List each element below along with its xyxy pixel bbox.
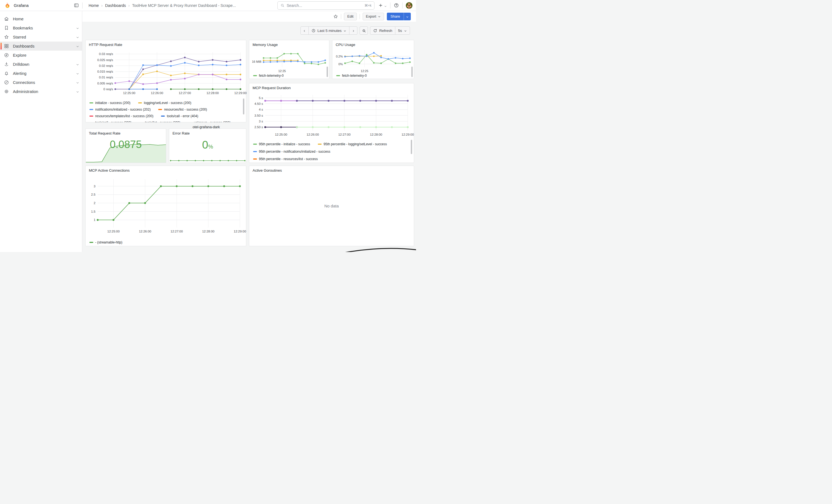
time-range-group: Last 5 minutes <box>301 26 358 35</box>
legend-item[interactable]: tools/call - success (200) <box>89 121 131 122</box>
legend-item[interactable]: 95th percentile - logging/setLevel - suc… <box>318 142 387 146</box>
user-avatar[interactable] <box>406 2 412 9</box>
sidebar-item-explore[interactable]: Explore <box>0 51 82 60</box>
chevron-down-icon[interactable] <box>76 72 79 75</box>
legend-item[interactable]: tools/call - error (404) <box>161 114 198 118</box>
http-request-rate-chart[interactable]: 0 req/s0.005 req/s0.01 req/s0.015 req/s0… <box>88 48 244 98</box>
http-legend: initialize - success (200)logging/setLev… <box>89 100 242 122</box>
help-icon[interactable] <box>394 3 399 8</box>
svg-text:12:25:00: 12:25:00 <box>275 133 287 136</box>
svg-text:0.03 req/s: 0.03 req/s <box>99 52 113 56</box>
legend-label: resources/templates/list - success (200) <box>95 114 153 118</box>
search-input[interactable]: Search... ⌘+k <box>277 1 374 10</box>
chevron-down-icon[interactable] <box>76 90 79 93</box>
panel-title[interactable]: Error Rate <box>169 129 246 135</box>
panel-title[interactable]: HTTP Request Rate <box>85 40 246 47</box>
legend-label: 95th percentile - resources/list - succe… <box>259 157 318 161</box>
breadcrumb-item[interactable]: Dashboards <box>105 3 126 8</box>
share-button[interactable]: Share <box>387 12 404 20</box>
legend-row: fetch-telemetry-0 <box>336 73 410 78</box>
home-icon <box>4 16 9 22</box>
legend-row: 95th percentile - initialize - success95… <box>253 140 410 148</box>
sidebar-item-dashboards[interactable]: Dashboards <box>0 42 82 51</box>
panel-cpu-usage: CPU Usage 0.2%0%12:25 fetch-telemetry-0 <box>332 40 414 79</box>
panel-mcp-active-connections: MCP Active Connections 32.521.5112:25:00… <box>85 166 246 246</box>
memory-legend: fetch-telemetry-0 <box>253 73 325 78</box>
new-button[interactable] <box>378 3 387 8</box>
svg-text:3.50 s: 3.50 s <box>255 114 263 117</box>
legend-label: 95th percentile - logging/setLevel - suc… <box>323 142 387 146</box>
sidebar-item-alerting[interactable]: Alerting <box>0 69 82 78</box>
legend-row: initialize - success (200)logging/setLev… <box>89 100 242 106</box>
legend-item[interactable]: 95th percentile - notifications/initiali… <box>253 150 330 154</box>
sidebar-item-connections[interactable]: Connections <box>0 78 82 87</box>
mcp-request-duration-chart[interactable]: 5 s4.50 s4 s3.50 s3 s2.50 s12:25:0012:26… <box>252 91 412 139</box>
legend-scrollbar[interactable] <box>243 99 244 114</box>
panel-mcp-request-duration: MCP Request Duration 5 s4.50 s4 s3.50 s3… <box>249 83 414 163</box>
svg-text:0.2%: 0.2% <box>336 55 343 58</box>
bottom-right-arc <box>341 245 416 252</box>
memory-usage-chart[interactable]: 16 MiB12:25 <box>251 47 328 74</box>
mcp-active-connections-chart[interactable]: 32.521.5112:25:0012:26:0012:27:0012:28:0… <box>88 175 244 238</box>
svg-text:12:25: 12:25 <box>278 69 286 73</box>
svg-text:0.005 req/s: 0.005 req/s <box>97 82 113 85</box>
svg-text:0 req/s: 0 req/s <box>103 87 113 91</box>
mega-menu-toggle-icon[interactable] <box>73 2 79 9</box>
cpu-usage-chart[interactable]: 0.2%0%12:25 <box>334 47 413 74</box>
svg-text:12:29:00: 12:29:00 <box>402 133 414 136</box>
favorite-star-icon[interactable] <box>333 14 338 19</box>
chevron-down-icon[interactable] <box>76 63 79 66</box>
panel-title[interactable]: Memory Usage <box>249 40 329 47</box>
sidebar-item-administration[interactable]: Administration <box>0 87 82 96</box>
legend-scrollbar[interactable] <box>411 67 413 77</box>
time-shift-back-button[interactable] <box>301 26 309 35</box>
svg-text:4 s: 4 s <box>259 108 263 111</box>
legend-swatch <box>89 102 93 103</box>
time-range-picker[interactable]: Last 5 minutes <box>308 26 350 35</box>
time-shift-forward-button[interactable] <box>349 26 357 35</box>
panel-title[interactable]: MCP Request Duration <box>249 83 414 90</box>
legend-item[interactable]: 95th percentile - initialize - success <box>253 142 310 146</box>
svg-text:0%: 0% <box>338 62 343 66</box>
breadcrumb-item[interactable]: Home <box>88 3 99 8</box>
legend-swatch <box>89 115 93 117</box>
share-menu-chevron[interactable] <box>404 12 411 20</box>
svg-text:12:27:00: 12:27:00 <box>338 133 350 136</box>
search-placeholder: Search... <box>287 3 365 8</box>
chevron-down-icon[interactable] <box>76 81 79 84</box>
legend-item[interactable]: fetch-telemetry-0 <box>253 74 284 78</box>
legend-item[interactable]: - (streamable-http) <box>89 240 123 244</box>
legend-item[interactable]: notifications/initialized - success (202… <box>89 108 151 111</box>
legend-item[interactable]: resources/templates/list - success (200) <box>89 114 153 118</box>
export-button[interactable]: Export <box>363 12 384 20</box>
legend-scrollbar[interactable] <box>327 67 328 77</box>
sidebar-item-bookmarks[interactable]: Bookmarks <box>0 23 82 32</box>
chevron-down-icon[interactable] <box>76 35 79 39</box>
edit-button[interactable]: Edit <box>344 12 357 20</box>
legend-item[interactable]: tools/list - success (200) <box>139 121 181 122</box>
sidebar-item-starred[interactable]: Starred <box>0 32 82 42</box>
sidebar-item-home[interactable]: Home <box>0 14 82 23</box>
panel-title[interactable]: MCP Active Connections <box>85 166 246 173</box>
legend-item[interactable]: initialize - success (200) <box>89 101 130 105</box>
chevron-down-icon[interactable] <box>76 45 79 48</box>
legend-row: fetch-telemetry-0 <box>253 73 325 78</box>
legend-label: 95th percentile - initialize - success <box>259 142 310 146</box>
legend-scrollbar[interactable] <box>411 140 412 154</box>
sidebar-item-label: Home <box>13 17 24 21</box>
panel-title[interactable]: CPU Usage <box>332 40 414 47</box>
legend-swatch <box>253 143 257 145</box>
chevron-down-icon[interactable] <box>76 26 79 30</box>
grafana-logo-icon[interactable] <box>4 2 10 8</box>
refresh-button[interactable]: Refresh <box>370 26 395 35</box>
sidebar-item-drilldown[interactable]: Drilldown <box>0 60 82 69</box>
legend-item[interactable]: unknown - success (200) <box>188 121 231 122</box>
zoom-out-button[interactable] <box>360 26 368 35</box>
legend-item[interactable]: logging/setLevel - success (200) <box>138 101 191 105</box>
legend-item[interactable]: 95th percentile - resources/list - succe… <box>253 157 318 161</box>
legend-swatch <box>138 102 142 103</box>
sidebar-item-label: Connections <box>13 80 35 85</box>
legend-item[interactable]: resources/list - success (200) <box>158 108 207 111</box>
refresh-interval-select[interactable]: 5s <box>395 26 410 35</box>
legend-item[interactable]: fetch-telemetry-0 <box>336 74 367 78</box>
